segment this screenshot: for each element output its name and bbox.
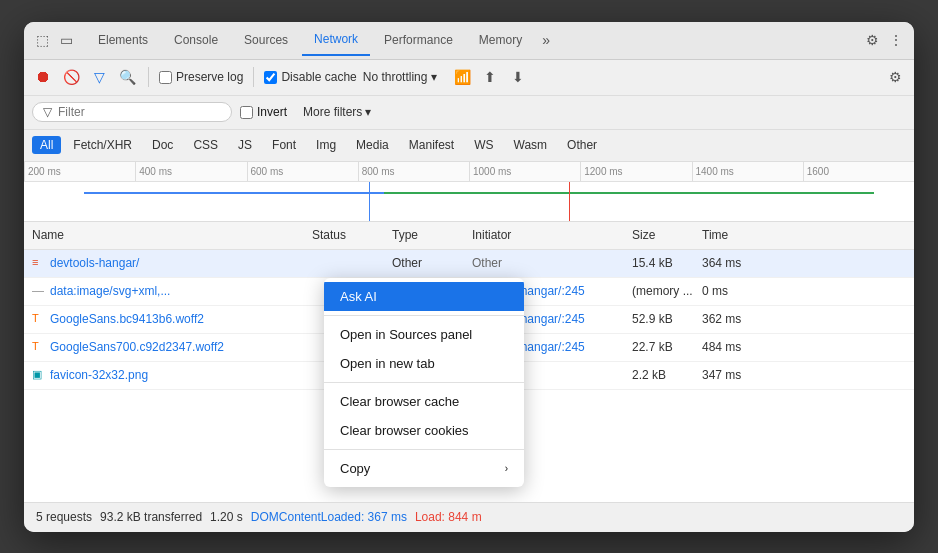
copy-submenu-arrow-icon: › — [505, 463, 508, 474]
dash-icon: — — [32, 284, 46, 298]
header-type: Type — [392, 228, 472, 242]
table-row[interactable]: ≡ devtools-hangar/ Other Other 15.4 kB 3… — [24, 250, 914, 278]
dom-content-loaded: DOMContentLoaded: 367 ms — [251, 510, 407, 524]
context-menu-item-clear-cookies[interactable]: Clear browser cookies — [324, 416, 524, 445]
network-settings-icon[interactable]: ⚙ — [884, 66, 906, 88]
type-filter-row: All Fetch/XHR Doc CSS JS Font Img Media … — [24, 130, 914, 162]
ask-ai-label: Ask AI — [340, 289, 377, 304]
tabs-bar: ⬚ ▭ Elements Console Sources Network Per… — [24, 22, 914, 60]
ruler-tick-6: 1200 ms — [580, 162, 691, 181]
context-menu-divider-1 — [324, 315, 524, 316]
img-file-icon: ▣ — [32, 368, 46, 382]
context-menu-item-copy[interactable]: Copy › — [324, 454, 524, 483]
context-menu-item-open-sources[interactable]: Open in Sources panel — [324, 320, 524, 349]
more-filters-button[interactable]: More filters ▾ — [295, 102, 379, 122]
clear-cookies-label: Clear browser cookies — [340, 423, 469, 438]
filter-icon: ▽ — [43, 105, 52, 119]
clear-cache-label: Clear browser cache — [340, 394, 459, 409]
font-file-icon-2: T — [32, 340, 46, 354]
tab-console[interactable]: Console — [162, 25, 230, 55]
ruler-tick-5: 1000 ms — [469, 162, 580, 181]
device-icon[interactable]: ▭ — [56, 30, 76, 50]
header-size: Size — [632, 228, 702, 242]
context-menu-item-clear-cache[interactable]: Clear browser cache — [324, 387, 524, 416]
more-filters-label: More filters — [303, 105, 362, 119]
transferred-size: 93.2 kB transferred — [100, 510, 202, 524]
throttle-label: No throttling — [363, 70, 428, 84]
inspect-icon[interactable]: ⬚ — [32, 30, 52, 50]
ruler-tick-3: 600 ms — [247, 162, 358, 181]
stop-recording-button[interactable]: ⏺ — [32, 66, 54, 88]
search-button[interactable]: 🔍 — [116, 66, 138, 88]
type-pill-media[interactable]: Media — [348, 136, 397, 154]
toolbar-row: ⏺ 🚫 ▽ 🔍 Preserve log Disable cache No th… — [24, 60, 914, 96]
type-pill-manifest[interactable]: Manifest — [401, 136, 462, 154]
cell-name-1: — data:image/svg+xml,... — [32, 284, 312, 298]
tab-elements[interactable]: Elements — [86, 25, 160, 55]
context-menu: Ask AI Open in Sources panel Open in new… — [324, 278, 524, 487]
ruler-tick-4: 800 ms — [358, 162, 469, 181]
timeline-blue-marker — [369, 182, 370, 222]
preserve-log-input[interactable] — [159, 71, 172, 84]
disable-cache-input[interactable] — [264, 71, 277, 84]
type-pill-font[interactable]: Font — [264, 136, 304, 154]
requests-count: 5 requests — [36, 510, 92, 524]
filter-input-wrap: ▽ — [32, 102, 232, 122]
disable-cache-label: Disable cache — [281, 70, 356, 84]
tab-performance[interactable]: Performance — [372, 25, 465, 55]
type-pill-fetch[interactable]: Fetch/XHR — [65, 136, 140, 154]
more-tabs-button[interactable]: » — [536, 28, 556, 52]
settings-icon[interactable]: ⚙ — [862, 30, 882, 50]
type-pill-img[interactable]: Img — [308, 136, 344, 154]
invert-checkbox-group[interactable]: Invert — [240, 105, 287, 119]
more-filters-arrow-icon: ▾ — [365, 105, 371, 119]
cell-name-0: ≡ devtools-hangar/ — [32, 256, 312, 270]
total-time: 1.20 s — [210, 510, 243, 524]
type-pill-all[interactable]: All — [32, 136, 61, 154]
throttle-select[interactable]: No throttling ▾ — [363, 70, 438, 84]
type-pill-doc[interactable]: Doc — [144, 136, 181, 154]
copy-label: Copy — [340, 461, 370, 476]
download-icon[interactable]: ⬇ — [507, 66, 529, 88]
ruler-tick-8: 1600 — [803, 162, 914, 181]
type-pill-wasm[interactable]: Wasm — [506, 136, 556, 154]
header-initiator: Initiator — [472, 228, 632, 242]
tab-sources[interactable]: Sources — [232, 25, 300, 55]
type-pill-ws[interactable]: WS — [466, 136, 501, 154]
more-options-icon[interactable]: ⋮ — [886, 30, 906, 50]
cell-name-4: ▣ favicon-32x32.png — [32, 368, 312, 382]
tab-memory[interactable]: Memory — [467, 25, 534, 55]
preserve-log-checkbox[interactable]: Preserve log — [159, 70, 243, 84]
invert-checkbox[interactable] — [240, 106, 253, 119]
throttle-arrow-icon: ▾ — [431, 70, 437, 84]
timeline-area: 200 ms 400 ms 600 ms 800 ms 1000 ms 1200… — [24, 162, 914, 222]
open-sources-label: Open in Sources panel — [340, 327, 472, 342]
devtools-icons: ⬚ ▭ — [32, 30, 76, 50]
cell-size-2: 52.9 kB — [632, 312, 702, 326]
invert-label: Invert — [257, 105, 287, 119]
type-pill-other[interactable]: Other — [559, 136, 605, 154]
filter-row: ▽ Invert More filters ▾ — [24, 96, 914, 130]
cell-size-1: (memory ... — [632, 284, 702, 298]
filter-button[interactable]: ▽ — [88, 66, 110, 88]
upload-icon[interactable]: ⬆ — [479, 66, 501, 88]
font-file-icon: T — [32, 312, 46, 326]
type-pill-js[interactable]: JS — [230, 136, 260, 154]
clear-button[interactable]: 🚫 — [60, 66, 82, 88]
context-menu-item-ask-ai[interactable]: Ask AI — [324, 282, 524, 311]
divider-2 — [253, 67, 254, 87]
context-menu-item-open-tab[interactable]: Open in new tab — [324, 349, 524, 378]
load-time: Load: 844 m — [415, 510, 482, 524]
wifi-icon[interactable]: 📶 — [451, 66, 473, 88]
cell-time-1: 0 ms — [702, 284, 906, 298]
tab-network[interactable]: Network — [302, 24, 370, 56]
cell-size-3: 22.7 kB — [632, 340, 702, 354]
timeline-graph — [24, 182, 914, 222]
settings-icons: ⚙ ⋮ — [862, 30, 906, 50]
disable-cache-checkbox[interactable]: Disable cache — [264, 70, 356, 84]
filter-input[interactable] — [58, 105, 208, 119]
cell-size-0: 15.4 kB — [632, 256, 702, 270]
cell-initiator-0: Other — [472, 256, 632, 270]
type-pill-css[interactable]: CSS — [185, 136, 226, 154]
cell-type-0: Other — [392, 256, 472, 270]
